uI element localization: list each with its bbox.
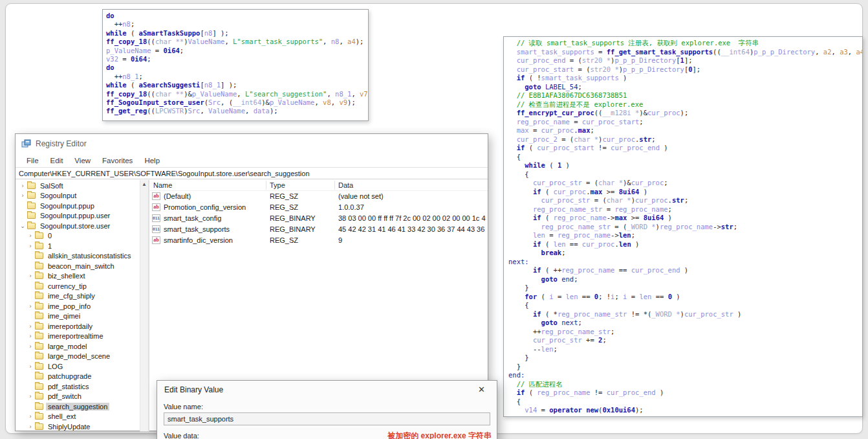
menu-item-file[interactable]: File — [21, 155, 45, 166]
address-bar[interactable]: Computer\HKEY_CURRENT_USER\SOFTWARE\Sogo… — [16, 167, 488, 179]
tree-item-label[interactable]: ime_cfg_shiply — [46, 292, 97, 300]
tree-item-label[interactable]: 1 — [46, 242, 54, 250]
value-name[interactable]: smart_task_supports — [164, 225, 230, 233]
tree-item-label[interactable]: shell_ext — [46, 412, 78, 420]
tree-item-search_suggestion[interactable]: search_suggestion — [16, 401, 140, 412]
tree-item-currency_tip[interactable]: currency_tip — [16, 281, 140, 291]
tree-item-label[interactable]: large_model — [46, 343, 89, 350]
column-divider[interactable] — [266, 181, 266, 190]
value-row-Promotion_config_version[interactable]: abPromotion_config_versionREG_SZ1.0.0.37 — [149, 202, 488, 213]
tree-item-shell_ext[interactable]: ›shell_ext — [16, 412, 140, 422]
tree-item-label[interactable]: ShiplyUpdate — [46, 423, 92, 431]
tree-item-pdf_statistics[interactable]: pdf_statistics — [16, 381, 140, 392]
tree-item-ime_cfg_shiply[interactable]: ime_cfg_shiply — [16, 291, 140, 302]
value-row-smartinfo_dic_version[interactable]: absmartinfo_dic_versionREG_SZ9 — [149, 235, 488, 246]
tree-item-SogouInput.ppup.user[interactable]: SogouInput.ppup.user — [16, 211, 140, 221]
value-type: REG_SZ — [270, 192, 298, 200]
value-row-(Default)[interactable]: ab(Default)REG_SZ(value not set) — [149, 191, 488, 202]
column-name[interactable]: Name — [153, 181, 172, 189]
tree-item-LOG[interactable]: ›LOG — [16, 361, 140, 372]
tree-item-label[interactable]: currency_tip — [46, 282, 89, 290]
tree-item-1[interactable]: ›1 — [16, 241, 140, 251]
tree-item-SalSoft[interactable]: ›SalSoft — [16, 181, 140, 191]
tree-item-label[interactable]: pdf_statistics — [46, 383, 91, 390]
column-type[interactable]: Type — [270, 181, 285, 189]
folder-icon — [27, 183, 36, 189]
binary-value-icon: 011 — [152, 225, 160, 233]
value-name[interactable]: Promotion_config_version — [164, 203, 246, 211]
folder-icon — [27, 203, 36, 209]
chevron-right-icon[interactable]: › — [27, 232, 34, 239]
tree-item-pdf_switch[interactable]: ›pdf_switch — [16, 392, 140, 402]
value-name[interactable]: smartinfo_dic_version — [164, 236, 233, 244]
tree-item-label[interactable]: LOG — [46, 363, 65, 370]
chevron-right-icon[interactable]: › — [27, 393, 34, 400]
tree-scrollbar[interactable]: ▲ — [140, 180, 148, 431]
tree-item-allskin_statusiconstatistics[interactable]: allskin_statusiconstatistics — [16, 251, 140, 262]
tree-item-label[interactable]: search_suggestion — [46, 403, 109, 411]
tree-item-ime_pop_info[interactable]: ›ime_pop_info — [16, 301, 140, 311]
tree-item-label[interactable]: SogouInput.store.user — [38, 222, 112, 230]
chevron-right-icon[interactable]: › — [27, 323, 34, 330]
folder-icon — [35, 353, 43, 359]
tree-item-label[interactable]: imereportdaily — [46, 322, 94, 330]
registry-title-bar[interactable]: Registry Editor — [16, 134, 488, 153]
tree-item-SogouInput[interactable]: ›SogouInput — [16, 191, 140, 201]
close-icon[interactable]: ✕ — [474, 383, 489, 396]
tree-item-label[interactable]: large_model_scene — [46, 352, 112, 360]
tree-item-label[interactable]: ime_pop_info — [46, 302, 92, 310]
chevron-right-icon[interactable]: › — [19, 192, 26, 199]
menu-item-view[interactable]: View — [69, 155, 96, 166]
column-data[interactable]: Data — [338, 181, 353, 189]
value-row-smart_task_config[interactable]: 011smart_task_configREG_BINARY38 03 00 0… — [149, 213, 488, 224]
chevron-right-icon[interactable]: › — [27, 273, 34, 279]
tree-item-label[interactable]: imereportrealtime — [46, 332, 105, 340]
tree-item-0[interactable]: ›0 — [16, 231, 140, 242]
tree-item-label[interactable]: 0 — [46, 232, 54, 240]
code-line: ++reg_proc_name_str; — [508, 328, 858, 337]
value-row-smart_task_supports[interactable]: 011smart_task_supportsREG_BINARY45 42 42… — [149, 224, 488, 235]
menu-item-help[interactable]: Help — [138, 155, 166, 166]
tree-item-label[interactable]: pdf_switch — [46, 392, 83, 400]
tree-item-label[interactable]: allskin_statusiconstatistics — [46, 252, 133, 260]
tree-item-biz_shellext[interactable]: ›biz_shellext — [16, 271, 140, 282]
scrollbar-up-icon[interactable]: ▲ — [140, 180, 148, 187]
code-line: { — [508, 301, 858, 310]
column-divider[interactable] — [334, 181, 335, 190]
chevron-down-icon[interactable]: ⌄ — [19, 223, 26, 229]
menu-item-edit[interactable]: Edit — [45, 155, 69, 166]
tree-item-SogouInput.ppup[interactable]: SogouInput.ppup — [16, 201, 140, 211]
tree-item-patchupgrade[interactable]: patchupgrade — [16, 372, 140, 382]
chevron-right-icon[interactable]: › — [19, 183, 26, 189]
tree-item-label[interactable]: SogouInput.ppup.user — [38, 212, 112, 220]
chevron-right-icon[interactable]: › — [27, 333, 34, 339]
tree-item-large_model_scene[interactable]: large_model_scene — [16, 352, 140, 362]
tree-item-beacon_main_switch[interactable]: beacon_main_switch — [16, 261, 140, 271]
tree-item-label[interactable]: biz_shellext — [46, 272, 87, 280]
tree-item-label[interactable]: SogouInput.ppup — [38, 202, 96, 210]
chevron-right-icon[interactable]: › — [27, 303, 34, 310]
code-line: // 匹配进程名 — [508, 380, 858, 389]
chevron-right-icon[interactable]: › — [27, 243, 34, 249]
value-name-field[interactable]: smart_task_supports — [164, 412, 490, 425]
tree-item-ShiplyUpdate[interactable]: ›ShiplyUpdate — [16, 422, 140, 431]
tree-item-label[interactable]: patchupgrade — [46, 372, 93, 380]
tree-item-label[interactable]: beacon_main_switch — [46, 262, 116, 270]
chevron-right-icon[interactable]: › — [27, 343, 34, 350]
chevron-right-icon[interactable]: › — [27, 363, 34, 370]
tree-item-label[interactable]: ime_qimei — [46, 312, 82, 320]
tree-item-label[interactable]: SalSoft — [38, 182, 65, 190]
tree-item-label[interactable]: SogouInput — [38, 192, 78, 199]
tree-item-SogouInput.store.user[interactable]: ⌄SogouInput.store.user — [16, 221, 140, 231]
tree-item-imereportdaily[interactable]: ›imereportdaily — [16, 321, 140, 332]
code-line: smart_task_supports = ff_get_smart_task_… — [508, 48, 858, 57]
tree-item-ime_qimei[interactable]: ime_qimei — [16, 311, 140, 322]
value-name[interactable]: smart_task_config — [164, 214, 221, 222]
chevron-right-icon[interactable]: › — [27, 423, 34, 430]
value-name[interactable]: (Default) — [164, 192, 191, 200]
code-line: if ( !smart_task_supports ) — [508, 74, 858, 83]
chevron-right-icon[interactable]: › — [27, 413, 34, 420]
menu-item-favorites[interactable]: Favorites — [96, 155, 138, 166]
tree-item-imereportrealtime[interactable]: ›imereportrealtime — [16, 332, 140, 342]
tree-item-large_model[interactable]: ›large_model — [16, 341, 140, 352]
